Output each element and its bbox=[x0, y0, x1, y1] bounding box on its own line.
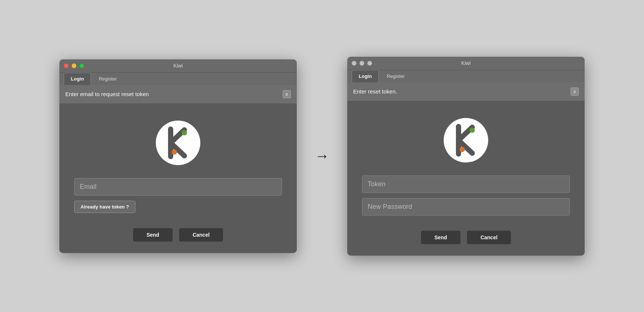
window-body-1: Enter email to request reset token x A bbox=[59, 85, 297, 253]
banner-text-1: Enter email to request reset token bbox=[65, 91, 149, 97]
flow-arrow: → bbox=[315, 148, 329, 164]
window-title-2: Kiwi bbox=[461, 60, 471, 66]
form-area-1: Already have token ? bbox=[59, 178, 297, 224]
window-2: Kiwi Login Register Enter reset token. x bbox=[347, 57, 585, 256]
window-1: Kiwi Login Register Enter email to reque… bbox=[59, 59, 297, 253]
minimize-button-2[interactable] bbox=[359, 61, 364, 66]
banner-1: Enter email to request reset token x bbox=[59, 85, 297, 104]
banner-close-1[interactable]: x bbox=[283, 90, 291, 98]
svg-point-4 bbox=[182, 130, 187, 135]
tab-login-1[interactable]: Login bbox=[64, 73, 91, 85]
tab-register-1[interactable]: Register bbox=[92, 73, 124, 85]
titlebar-2: Kiwi bbox=[347, 57, 585, 70]
svg-point-6 bbox=[444, 118, 488, 162]
tabs-2: Login Register bbox=[347, 70, 585, 82]
banner-2: Enter reset token. x bbox=[347, 82, 585, 101]
scene: Kiwi Login Register Enter email to reque… bbox=[59, 57, 585, 256]
traffic-lights-1 bbox=[64, 63, 84, 68]
tab-register-2[interactable]: Register bbox=[380, 70, 411, 82]
svg-point-0 bbox=[156, 121, 200, 165]
banner-text-2: Enter reset token. bbox=[353, 88, 397, 95]
cancel-button-1[interactable]: Cancel bbox=[179, 228, 223, 242]
maximize-button-2[interactable] bbox=[367, 61, 372, 66]
send-button-2[interactable]: Send bbox=[421, 230, 461, 244]
minimize-button-1[interactable] bbox=[72, 63, 76, 68]
window-title-1: Kiwi bbox=[173, 63, 183, 69]
window-body-2: Enter reset token. x Send Ca bbox=[347, 82, 585, 256]
tabs-1: Login Register bbox=[59, 73, 297, 85]
logo-area-2 bbox=[347, 101, 585, 175]
svg-point-10 bbox=[470, 128, 475, 133]
close-button-2[interactable] bbox=[352, 61, 356, 66]
logo-area-1 bbox=[59, 104, 297, 178]
tab-login-2[interactable]: Login bbox=[352, 70, 379, 82]
token-input[interactable] bbox=[362, 175, 570, 193]
form-area-2 bbox=[347, 175, 585, 227]
traffic-lights-2 bbox=[352, 61, 372, 66]
new-password-input[interactable] bbox=[362, 198, 570, 216]
kiwi-logo-1 bbox=[154, 119, 202, 167]
buttons-row-2: Send Cancel bbox=[347, 227, 585, 256]
svg-point-11 bbox=[460, 147, 465, 152]
banner-close-2[interactable]: x bbox=[571, 88, 579, 96]
buttons-row-1: Send Cancel bbox=[59, 224, 297, 253]
kiwi-logo-2 bbox=[442, 116, 490, 164]
maximize-button-1[interactable] bbox=[79, 63, 84, 68]
email-input[interactable] bbox=[74, 178, 282, 196]
already-have-token-button[interactable]: Already have token ? bbox=[74, 201, 135, 213]
close-button-1[interactable] bbox=[64, 63, 69, 68]
send-button-1[interactable]: Send bbox=[133, 228, 173, 242]
svg-point-5 bbox=[172, 150, 177, 155]
titlebar-1: Kiwi bbox=[59, 59, 297, 73]
cancel-button-2[interactable]: Cancel bbox=[467, 230, 511, 244]
